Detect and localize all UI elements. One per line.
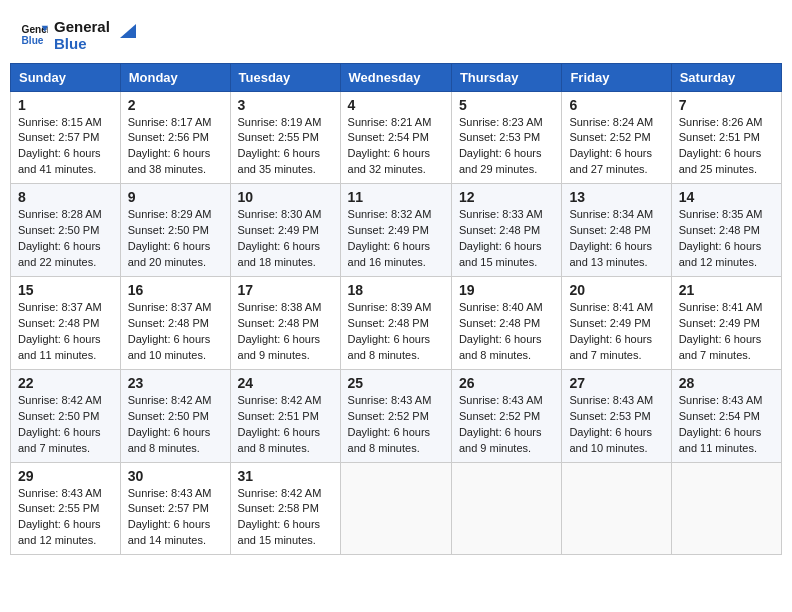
calendar-header-row: SundayMondayTuesdayWednesdayThursdayFrid…: [11, 63, 782, 91]
day-info: Sunrise: 8:32 AMSunset: 2:49 PMDaylight:…: [348, 207, 444, 271]
calendar-cell: 13Sunrise: 8:34 AMSunset: 2:48 PMDayligh…: [562, 184, 671, 277]
day-number: 25: [348, 375, 444, 391]
day-number: 18: [348, 282, 444, 298]
col-header-sunday: Sunday: [11, 63, 121, 91]
calendar-cell: 20Sunrise: 8:41 AMSunset: 2:49 PMDayligh…: [562, 277, 671, 370]
col-header-monday: Monday: [120, 63, 230, 91]
day-info: Sunrise: 8:42 AMSunset: 2:51 PMDaylight:…: [238, 393, 333, 457]
day-number: 24: [238, 375, 333, 391]
calendar-cell: 3Sunrise: 8:19 AMSunset: 2:55 PMDaylight…: [230, 91, 340, 184]
day-info: Sunrise: 8:26 AMSunset: 2:51 PMDaylight:…: [679, 115, 774, 179]
svg-marker-3: [120, 24, 136, 38]
day-info: Sunrise: 8:43 AMSunset: 2:53 PMDaylight:…: [569, 393, 663, 457]
page-header: General Blue General Blue: [10, 10, 782, 59]
day-number: 14: [679, 189, 774, 205]
day-number: 26: [459, 375, 554, 391]
calendar-cell: [340, 462, 451, 555]
col-header-friday: Friday: [562, 63, 671, 91]
logo-triangle: [114, 20, 136, 42]
calendar-body: 1Sunrise: 8:15 AMSunset: 2:57 PMDaylight…: [11, 91, 782, 555]
day-info: Sunrise: 8:39 AMSunset: 2:48 PMDaylight:…: [348, 300, 444, 364]
day-info: Sunrise: 8:30 AMSunset: 2:49 PMDaylight:…: [238, 207, 333, 271]
calendar-cell: 27Sunrise: 8:43 AMSunset: 2:53 PMDayligh…: [562, 369, 671, 462]
day-info: Sunrise: 8:43 AMSunset: 2:52 PMDaylight:…: [348, 393, 444, 457]
day-number: 13: [569, 189, 663, 205]
day-info: Sunrise: 8:33 AMSunset: 2:48 PMDaylight:…: [459, 207, 554, 271]
calendar-cell: 23Sunrise: 8:42 AMSunset: 2:50 PMDayligh…: [120, 369, 230, 462]
day-number: 6: [569, 97, 663, 113]
day-number: 7: [679, 97, 774, 113]
calendar-table: SundayMondayTuesdayWednesdayThursdayFrid…: [10, 63, 782, 556]
day-number: 10: [238, 189, 333, 205]
col-header-tuesday: Tuesday: [230, 63, 340, 91]
calendar-cell: 6Sunrise: 8:24 AMSunset: 2:52 PMDaylight…: [562, 91, 671, 184]
calendar-week-5: 29Sunrise: 8:43 AMSunset: 2:55 PMDayligh…: [11, 462, 782, 555]
col-header-wednesday: Wednesday: [340, 63, 451, 91]
day-number: 19: [459, 282, 554, 298]
calendar-week-4: 22Sunrise: 8:42 AMSunset: 2:50 PMDayligh…: [11, 369, 782, 462]
calendar-cell: 11Sunrise: 8:32 AMSunset: 2:49 PMDayligh…: [340, 184, 451, 277]
calendar-cell: 2Sunrise: 8:17 AMSunset: 2:56 PMDaylight…: [120, 91, 230, 184]
logo: General Blue General Blue: [20, 18, 136, 53]
day-info: Sunrise: 8:41 AMSunset: 2:49 PMDaylight:…: [679, 300, 774, 364]
calendar-cell: 8Sunrise: 8:28 AMSunset: 2:50 PMDaylight…: [11, 184, 121, 277]
day-number: 1: [18, 97, 113, 113]
day-info: Sunrise: 8:42 AMSunset: 2:50 PMDaylight:…: [128, 393, 223, 457]
calendar-cell: 21Sunrise: 8:41 AMSunset: 2:49 PMDayligh…: [671, 277, 781, 370]
day-info: Sunrise: 8:24 AMSunset: 2:52 PMDaylight:…: [569, 115, 663, 179]
calendar-week-1: 1Sunrise: 8:15 AMSunset: 2:57 PMDaylight…: [11, 91, 782, 184]
day-info: Sunrise: 8:41 AMSunset: 2:49 PMDaylight:…: [569, 300, 663, 364]
day-info: Sunrise: 8:15 AMSunset: 2:57 PMDaylight:…: [18, 115, 113, 179]
day-info: Sunrise: 8:43 AMSunset: 2:55 PMDaylight:…: [18, 486, 113, 550]
calendar-cell: [671, 462, 781, 555]
calendar-cell: 19Sunrise: 8:40 AMSunset: 2:48 PMDayligh…: [451, 277, 561, 370]
calendar-cell: 24Sunrise: 8:42 AMSunset: 2:51 PMDayligh…: [230, 369, 340, 462]
day-info: Sunrise: 8:37 AMSunset: 2:48 PMDaylight:…: [128, 300, 223, 364]
day-number: 11: [348, 189, 444, 205]
day-number: 30: [128, 468, 223, 484]
calendar-cell: 12Sunrise: 8:33 AMSunset: 2:48 PMDayligh…: [451, 184, 561, 277]
day-info: Sunrise: 8:37 AMSunset: 2:48 PMDaylight:…: [18, 300, 113, 364]
calendar-cell: 1Sunrise: 8:15 AMSunset: 2:57 PMDaylight…: [11, 91, 121, 184]
calendar-cell: 5Sunrise: 8:23 AMSunset: 2:53 PMDaylight…: [451, 91, 561, 184]
calendar-cell: 25Sunrise: 8:43 AMSunset: 2:52 PMDayligh…: [340, 369, 451, 462]
logo-icon: General Blue: [20, 21, 48, 49]
calendar-cell: 14Sunrise: 8:35 AMSunset: 2:48 PMDayligh…: [671, 184, 781, 277]
calendar-week-2: 8Sunrise: 8:28 AMSunset: 2:50 PMDaylight…: [11, 184, 782, 277]
calendar-cell: 17Sunrise: 8:38 AMSunset: 2:48 PMDayligh…: [230, 277, 340, 370]
col-header-thursday: Thursday: [451, 63, 561, 91]
day-info: Sunrise: 8:23 AMSunset: 2:53 PMDaylight:…: [459, 115, 554, 179]
calendar-cell: 22Sunrise: 8:42 AMSunset: 2:50 PMDayligh…: [11, 369, 121, 462]
day-number: 9: [128, 189, 223, 205]
day-info: Sunrise: 8:40 AMSunset: 2:48 PMDaylight:…: [459, 300, 554, 364]
calendar-cell: 29Sunrise: 8:43 AMSunset: 2:55 PMDayligh…: [11, 462, 121, 555]
calendar-cell: 31Sunrise: 8:42 AMSunset: 2:58 PMDayligh…: [230, 462, 340, 555]
day-number: 21: [679, 282, 774, 298]
day-number: 22: [18, 375, 113, 391]
calendar-cell: 18Sunrise: 8:39 AMSunset: 2:48 PMDayligh…: [340, 277, 451, 370]
day-info: Sunrise: 8:19 AMSunset: 2:55 PMDaylight:…: [238, 115, 333, 179]
calendar-cell: 7Sunrise: 8:26 AMSunset: 2:51 PMDaylight…: [671, 91, 781, 184]
day-info: Sunrise: 8:43 AMSunset: 2:54 PMDaylight:…: [679, 393, 774, 457]
day-info: Sunrise: 8:28 AMSunset: 2:50 PMDaylight:…: [18, 207, 113, 271]
calendar-week-3: 15Sunrise: 8:37 AMSunset: 2:48 PMDayligh…: [11, 277, 782, 370]
day-number: 29: [18, 468, 113, 484]
day-number: 27: [569, 375, 663, 391]
calendar-cell: 15Sunrise: 8:37 AMSunset: 2:48 PMDayligh…: [11, 277, 121, 370]
day-info: Sunrise: 8:17 AMSunset: 2:56 PMDaylight:…: [128, 115, 223, 179]
day-info: Sunrise: 8:43 AMSunset: 2:57 PMDaylight:…: [128, 486, 223, 550]
day-info: Sunrise: 8:29 AMSunset: 2:50 PMDaylight:…: [128, 207, 223, 271]
day-number: 16: [128, 282, 223, 298]
calendar-cell: [451, 462, 561, 555]
day-number: 31: [238, 468, 333, 484]
day-info: Sunrise: 8:38 AMSunset: 2:48 PMDaylight:…: [238, 300, 333, 364]
day-number: 2: [128, 97, 223, 113]
day-info: Sunrise: 8:21 AMSunset: 2:54 PMDaylight:…: [348, 115, 444, 179]
day-number: 28: [679, 375, 774, 391]
day-info: Sunrise: 8:42 AMSunset: 2:50 PMDaylight:…: [18, 393, 113, 457]
calendar-cell: 9Sunrise: 8:29 AMSunset: 2:50 PMDaylight…: [120, 184, 230, 277]
calendar-cell: 16Sunrise: 8:37 AMSunset: 2:48 PMDayligh…: [120, 277, 230, 370]
calendar-cell: 10Sunrise: 8:30 AMSunset: 2:49 PMDayligh…: [230, 184, 340, 277]
day-number: 12: [459, 189, 554, 205]
calendar-cell: 26Sunrise: 8:43 AMSunset: 2:52 PMDayligh…: [451, 369, 561, 462]
